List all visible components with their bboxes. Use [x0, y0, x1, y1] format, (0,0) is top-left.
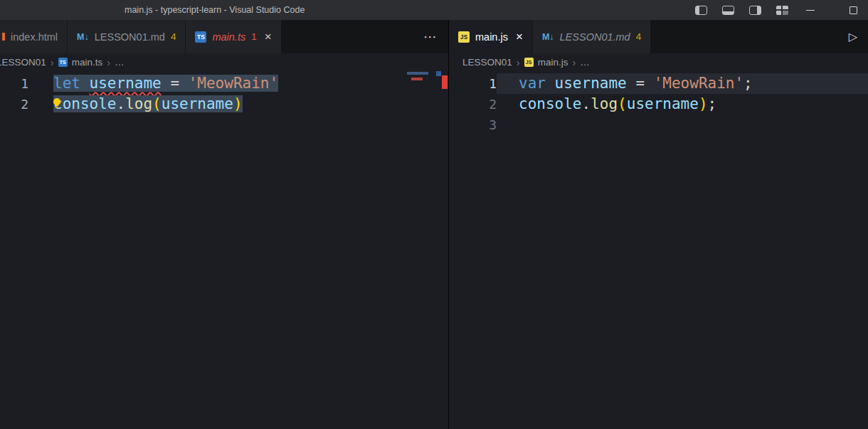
- code-token: ;: [708, 95, 717, 112]
- chevron-right-icon: ›: [517, 57, 520, 68]
- editor-split-sash[interactable]: [447, 71, 449, 429]
- code-token: console: [519, 95, 582, 112]
- chevron-right-icon: ›: [51, 57, 54, 68]
- text-selection: let username = 'MeowRain': [53, 75, 278, 92]
- minimap-code-mark: [407, 72, 428, 75]
- code-token: log: [125, 95, 152, 112]
- code-token-error: username: [90, 75, 162, 92]
- breadcrumb-left: LESSON01 › TS main.ts › …: [0, 53, 448, 71]
- tab-main-ts[interactable]: TS main.ts 1 ×: [186, 20, 280, 53]
- tab-lesson01-md[interactable]: M↓ LESSON01.md 4: [68, 20, 185, 53]
- code-token: =: [162, 75, 189, 92]
- tab-label: main.ts: [212, 31, 245, 43]
- code-token: console: [53, 95, 117, 112]
- breadcrumb-symbol-ellipsis[interactable]: …: [115, 57, 125, 68]
- right-group-tabs: JS main.js × M↓ LESSON01.md 4 ▷: [448, 20, 868, 53]
- line-number: 3: [449, 115, 497, 135]
- breadcrumbs-row: LESSON01 › TS main.ts › … LESSON01 › JS …: [0, 53, 868, 71]
- minimap-error-mark: [411, 78, 423, 80]
- close-tab-icon[interactable]: ×: [516, 31, 523, 43]
- code-token: username: [627, 95, 699, 112]
- toggle-secondary-sidebar-icon[interactable]: [749, 6, 761, 15]
- lightbulb-icon[interactable]: [51, 97, 63, 109]
- line-number: 2: [449, 94, 497, 115]
- code-token: ;: [743, 75, 753, 92]
- breadcrumb-file[interactable]: main.ts: [72, 57, 103, 68]
- code-line[interactable]: 3: [449, 115, 868, 135]
- tab-label: main.js: [475, 31, 508, 43]
- close-tab-icon[interactable]: ×: [265, 31, 272, 43]
- breadcrumb-folder[interactable]: LESSON01: [462, 57, 512, 68]
- code-token: .: [582, 95, 591, 112]
- code-token: log: [591, 95, 618, 112]
- code-line[interactable]: 2 console.log(username): [0, 94, 448, 115]
- vscode-window: main.js - typescript-learn - Visual Stud…: [0, 0, 868, 429]
- typescript-icon: TS: [195, 31, 206, 43]
- tab-label: index.html: [11, 31, 58, 43]
- problems-badge: 1: [251, 31, 257, 42]
- chevron-right-icon: ›: [572, 57, 576, 68]
- code-token: let: [53, 75, 90, 92]
- minimap[interactable]: [401, 71, 434, 429]
- breadcrumb-folder[interactable]: LESSON01: [0, 57, 46, 68]
- toggle-primary-sidebar-icon[interactable]: [695, 6, 707, 15]
- customize-layout-icon[interactable]: [776, 6, 788, 15]
- code-token: var: [519, 75, 555, 92]
- editor-tab-bar: index.html M↓ LESSON01.md 4 TS main.ts 1…: [0, 20, 868, 53]
- current-line-highlight: var username = 'MeowRain';: [497, 73, 868, 94]
- editor-main-ts[interactable]: 1 let username = 'MeowRain' 2 console.lo…: [0, 71, 448, 429]
- code-token: username: [555, 75, 627, 92]
- tab-lesson01-md-right[interactable]: M↓ LESSON01.md 4: [533, 20, 650, 53]
- editor-area: 1 let username = 'MeowRain' 2 console.lo…: [0, 71, 868, 429]
- left-group-tabs: index.html M↓ LESSON01.md 4 TS main.ts 1…: [0, 20, 448, 53]
- chevron-right-icon: ›: [107, 57, 110, 68]
- problems-badge: 4: [636, 31, 642, 42]
- typescript-icon: TS: [58, 58, 68, 67]
- window-controls: [805, 0, 858, 20]
- text-selection: console.log(username): [53, 95, 243, 112]
- code-line[interactable]: 1 var username = 'MeowRain';: [449, 73, 868, 94]
- line-number: 2: [0, 94, 28, 115]
- run-file-button[interactable]: ▷: [838, 30, 868, 43]
- tab-label: LESSON01.md: [560, 31, 630, 43]
- breadcrumb-symbol-ellipsis[interactable]: …: [580, 57, 590, 68]
- line-number: 1: [449, 73, 497, 94]
- overview-ruler-selection-mark: [436, 71, 441, 76]
- problems-badge: 4: [171, 31, 176, 42]
- code-token: (: [152, 95, 162, 112]
- code-token: =: [627, 75, 654, 92]
- maximize-button[interactable]: [848, 0, 858, 20]
- code-token: 'MeowRain': [189, 75, 278, 92]
- minimize-button[interactable]: [805, 0, 815, 20]
- breadcrumb-file[interactable]: main.js: [538, 57, 568, 68]
- code-line[interactable]: 2 console.log(username);: [449, 94, 868, 115]
- tab-label: LESSON01.md: [95, 31, 165, 43]
- code-token: ): [699, 95, 708, 112]
- toggle-panel-icon[interactable]: [722, 6, 734, 15]
- code-line[interactable]: 1 let username = 'MeowRain': [0, 73, 448, 94]
- window-title: main.js - typescript-learn - Visual Stud…: [125, 0, 305, 20]
- javascript-icon: JS: [458, 31, 470, 43]
- breadcrumb-right: LESSON01 › JS main.js › …: [448, 53, 868, 71]
- javascript-icon: JS: [524, 58, 534, 67]
- code-token: ): [233, 95, 243, 112]
- markdown-icon: M↓: [77, 31, 89, 43]
- title-bar: main.js - typescript-learn - Visual Stud…: [0, 0, 868, 20]
- more-actions-button[interactable]: ⋯: [412, 28, 448, 45]
- tab-main-js[interactable]: JS main.js ×: [449, 20, 532, 53]
- code-token: (: [618, 95, 627, 112]
- markdown-icon: M↓: [542, 31, 554, 43]
- code-token: username: [162, 95, 233, 112]
- tab-index-html[interactable]: index.html: [0, 20, 67, 53]
- html-icon: [2, 33, 5, 41]
- line-number: 1: [0, 73, 28, 94]
- editor-main-js[interactable]: 1 var username = 'MeowRain'; 2 console.l…: [448, 71, 868, 429]
- code-token: .: [117, 95, 126, 112]
- code-token: 'MeowRain': [654, 75, 743, 92]
- layout-controls: [695, 0, 788, 20]
